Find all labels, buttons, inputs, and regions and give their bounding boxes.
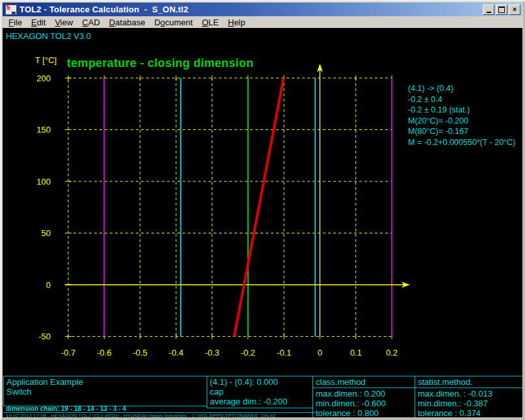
project-subtitle: Switch [6, 387, 205, 397]
svg-text:0: 0 [318, 348, 322, 358]
minimize-icon [487, 12, 491, 13]
close-icon: × [513, 6, 517, 13]
tolerance-chart: -0.7-0.6-0.5-0.4-0.3-0.2-0.100.10.220015… [3, 28, 522, 373]
status-statist-method-panel: statist.method. max.dimen. : -0.013 min.… [415, 376, 522, 417]
dimension-equation: (4.1) - (0.4): 0.000 [210, 377, 310, 387]
dimension-chain: dimension chain: 19 - 18 - 14 - 13 - 3 -… [3, 405, 315, 413]
menu-item-cad[interactable]: CAD [77, 17, 104, 28]
class-method-title: class.method [313, 377, 415, 388]
svg-text:-0.5: -0.5 [133, 348, 147, 358]
svg-text:-0.4: -0.4 [169, 348, 183, 358]
statist-min-dimension: min.dimen.: -0.387 [418, 399, 520, 408]
status-class-method-panel: class.method max.dimen.: 0.200 min.dimen… [313, 376, 415, 417]
annotation-line: M(80°C)= -0.167 [408, 126, 515, 137]
title-bar[interactable]: 5 TOL2 - Tolerance Calculation - S_ON.tl… [3, 3, 522, 16]
class-tolerance: tolerance : 0.800 [316, 408, 412, 417]
result-annotation: (4.1) -> (0.4) -0.2 ± 0.4 -0.2 ± 0.19 (s… [408, 83, 515, 148]
close-button[interactable]: × [509, 5, 520, 15]
menu-item-help[interactable]: Help [224, 17, 250, 28]
svg-text:-0.7: -0.7 [61, 348, 75, 358]
status-dimension-panel: (4.1) - (0.4): 0.000 cap average dim.: -… [207, 376, 313, 408]
status-footer: 19.02.2013 17:06 - HEXAGON TOL2 V3.0 #01… [3, 413, 315, 417]
svg-text:-0.3: -0.3 [205, 348, 219, 358]
svg-text:50: 50 [42, 228, 51, 238]
app-window: 5 TOL2 - Tolerance Calculation - S_ON.tl… [0, 0, 525, 420]
annotation-line: (4.1) -> (0.4) [408, 83, 515, 94]
svg-text:150: 150 [36, 125, 51, 135]
svg-text:200: 200 [36, 73, 51, 83]
annotation-line: -0.2 ± 0.4 [408, 94, 515, 105]
window-title: TOL2 - Tolerance Calculation - S_ON.tl2 [19, 5, 483, 14]
menu-bar: FileEditViewCADDatabaseDocumentOLEHelp [3, 16, 522, 28]
client-area: HEXAGON TOL2 V3.0 T [°C] temperature - c… [3, 28, 522, 417]
class-min-dimension: min.dimen.: -0.600 [316, 399, 412, 408]
statist-max-dimension: max.dimen. : -0.013 [418, 389, 520, 399]
maximize-icon [498, 7, 505, 13]
svg-text:-0.1: -0.1 [277, 348, 291, 358]
svg-text:0.2: 0.2 [386, 348, 398, 358]
statist-tolerance: tolerance : 0.374 [418, 408, 520, 417]
menu-item-database[interactable]: Database [105, 17, 150, 28]
menu-item-document[interactable]: Document [149, 17, 197, 28]
svg-text:-0.6: -0.6 [97, 348, 111, 358]
temperature-dimension-line [234, 78, 283, 337]
svg-text:100: 100 [36, 177, 51, 187]
menu-item-ole[interactable]: OLE [198, 17, 224, 28]
menu-item-view[interactable]: View [50, 17, 77, 28]
project-title: Application Example [6, 377, 205, 387]
dimension-name: cap [210, 387, 310, 397]
svg-text:0.1: 0.1 [350, 348, 362, 358]
svg-text:-0.2: -0.2 [240, 348, 255, 358]
annotation-line: M(20°C)= -0.200 [408, 116, 515, 127]
app-icon[interactable]: 5 [5, 5, 17, 15]
maximize-button[interactable] [496, 5, 507, 15]
menu-item-file[interactable]: File [4, 17, 27, 28]
minimize-button[interactable] [483, 5, 494, 15]
status-project-panel: Application Example Switch [3, 376, 208, 406]
class-max-dimension: max.dimen.: 0.200 [316, 389, 412, 399]
svg-text:-50: -50 [38, 332, 51, 341]
annotation-line: M = -0.2+0.000550*(T - 20°C) [408, 137, 515, 148]
svg-text:0: 0 [46, 280, 51, 290]
statist-method-title: statist.method. [415, 377, 522, 388]
annotation-line: -0.2 ± 0.19 (stat.) [408, 105, 515, 116]
menu-item-edit[interactable]: Edit [27, 17, 50, 28]
